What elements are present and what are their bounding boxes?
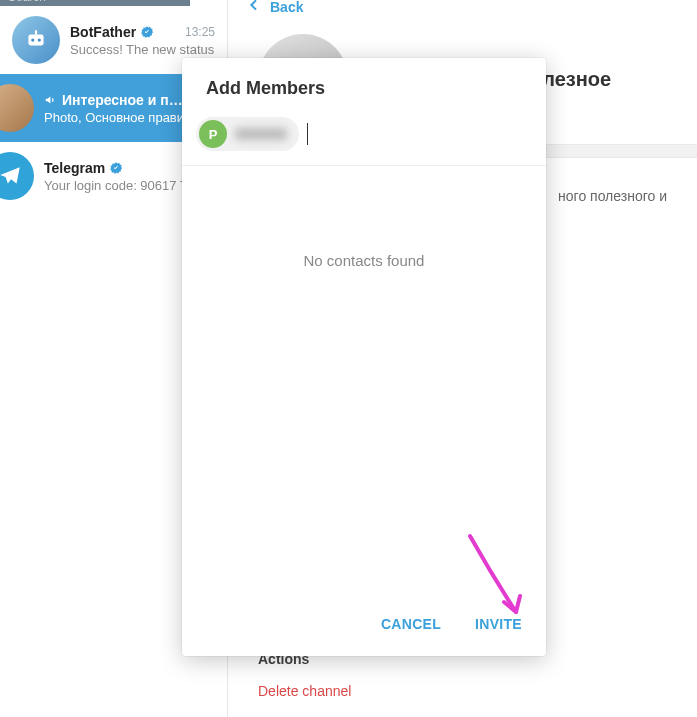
empty-contacts-text: No contacts found	[304, 252, 425, 269]
search-placeholder: Search	[8, 0, 46, 4]
verified-icon	[109, 161, 123, 175]
add-members-modal: Add Members P No contacts found CANCEL I…	[182, 58, 546, 656]
modal-title: Add Members	[182, 58, 546, 109]
chip-name-blurred	[235, 128, 287, 140]
member-chip[interactable]: P	[196, 117, 299, 151]
invite-button[interactable]: INVITE	[471, 610, 526, 638]
chat-title: BotFather	[70, 24, 136, 40]
chat-title: Telegram	[44, 160, 105, 176]
member-input-row[interactable]: P	[182, 109, 546, 166]
delete-channel-link[interactable]: Delete channel	[258, 677, 667, 705]
chat-time: 13:25	[185, 25, 215, 39]
avatar	[0, 84, 34, 132]
back-label: Back	[270, 0, 303, 14]
svg-point-2	[38, 38, 41, 41]
avatar	[0, 152, 34, 200]
svg-rect-3	[35, 30, 37, 34]
description-text: ного полезного и	[558, 188, 667, 204]
svg-rect-0	[28, 35, 43, 46]
avatar	[12, 16, 60, 64]
chat-subtitle: Success! The new status	[70, 42, 215, 57]
back-button[interactable]: Back	[228, 0, 697, 14]
text-cursor	[307, 123, 308, 145]
chat-title: Интересное и п…	[62, 92, 183, 108]
svg-point-1	[31, 38, 34, 41]
verified-icon	[140, 25, 154, 39]
cancel-button[interactable]: CANCEL	[377, 610, 445, 638]
megaphone-icon	[44, 93, 58, 107]
chevron-left-icon	[246, 0, 262, 14]
chip-avatar: P	[199, 120, 227, 148]
